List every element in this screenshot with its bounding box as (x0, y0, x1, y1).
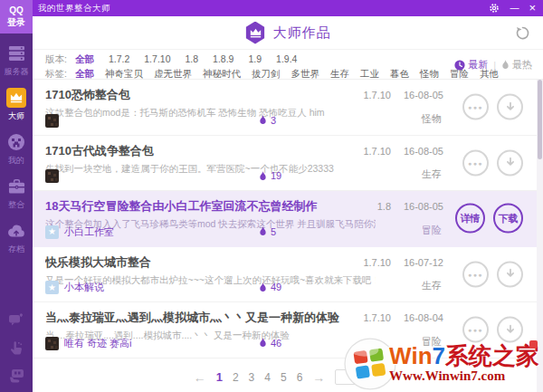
likes-count: 5 (271, 226, 276, 237)
page-number-list: 123456 (216, 370, 303, 384)
filter-option[interactable]: 拔刀剑 (252, 68, 281, 81)
filter-option[interactable]: 工业 (360, 68, 379, 81)
filter-option[interactable]: 全部 (75, 68, 94, 81)
item-date: 16-07-12 (391, 257, 443, 268)
more-dots-icon: ●●● (468, 271, 483, 277)
filter-option[interactable]: 生存 (330, 68, 349, 81)
flame-icon (259, 338, 267, 348)
item-author-block: ★ (45, 169, 64, 183)
sidebar-bottom-tools (8, 312, 24, 385)
download-button[interactable] (497, 149, 523, 176)
download-button[interactable] (497, 94, 523, 120)
author-avatar: ★ (45, 281, 59, 294)
minimize-button[interactable]: — (510, 0, 519, 16)
item-title[interactable]: 1710古代战争整合包 (45, 143, 349, 159)
item-title[interactable]: 18天马行空冒险整合由小白工作室回流不忘曾经制作 (45, 198, 349, 215)
more-button[interactable]: ●●● (462, 94, 489, 120)
likes-count: 46 (271, 338, 281, 349)
filter-bar: 版本: 全部1.7.21.7.101.81.8.91.91.9.4 标签: 全部… (33, 50, 543, 80)
filter-option[interactable]: 1.7.10 (144, 53, 170, 66)
item-description: 先找到一块空地，建造属于你的王国。军营医院~一个也不能少23333 (45, 163, 376, 176)
likes-count: 19 (271, 170, 281, 181)
details-button[interactable]: 详情 (455, 204, 485, 234)
item-title[interactable]: 快乐模拟大城市整合 (45, 254, 349, 271)
download-icon (504, 100, 517, 113)
list-item[interactable]: 18天马行空冒险整合由小白工作室回流不忘曾经制作 1.8 16-08-05 这个… (33, 191, 543, 247)
window-controls: — × (489, 0, 536, 16)
list-item[interactable]: 快乐模拟大城市整合 1.7.10 16-07-12 又是一个好玩的模拟大都市出炉… (33, 247, 543, 303)
page-number[interactable]: 3 (249, 371, 255, 384)
flame-icon (259, 282, 267, 292)
author-name[interactable]: 小本解说 (64, 281, 104, 294)
version-filter-list: 全部1.7.21.7.101.81.8.91.91.9.4 (75, 53, 298, 66)
refresh-icon[interactable] (515, 25, 530, 44)
filter-option[interactable]: 神秘时代 (203, 68, 241, 81)
item-author-block: ★ 唯有 奇迹 赛高i (45, 337, 132, 350)
sidebar-item-mine[interactable]: 我的 (0, 132, 33, 167)
item-author-block: ★ 小本解说 (45, 281, 104, 294)
master-hexagon-badge (245, 22, 266, 44)
close-button[interactable]: × (529, 0, 536, 16)
sidebar-item-saves[interactable]: 存档 (0, 221, 33, 255)
filter-option[interactable]: 暮色 (390, 68, 409, 81)
filter-option[interactable]: 1.9.4 (276, 53, 297, 66)
page-number[interactable]: 6 (297, 371, 303, 384)
scrollbar-thumb[interactable] (538, 80, 542, 159)
page-number[interactable]: 4 (264, 371, 271, 384)
crown-icon (6, 88, 26, 108)
next-page-arrow[interactable]: → (312, 370, 325, 385)
filter-option[interactable]: 多世界 (291, 68, 319, 81)
sidebar-item-master[interactable]: 大师 (0, 88, 33, 122)
sort-hottest-button[interactable]: 最热 (501, 58, 532, 72)
qq-login-line2: 登录 (7, 17, 25, 29)
feedback-heart-icon[interactable] (8, 312, 24, 329)
qq-login-button[interactable]: QQ 登录 (0, 0, 33, 33)
filter-option[interactable]: 1.9 (248, 53, 262, 66)
item-label-buttons: 详情 下载 (455, 204, 523, 234)
download-icon (504, 157, 517, 169)
tag-filter-list: 全部神奇宝贝虚无世界神秘时代拔刀剑多世界生存工业暮色怪物冒险其他 (75, 68, 499, 81)
works-list: 1710恐怖整合包 1.7.10 16-08-05 这款整合包的mod是：托马斯… (33, 80, 543, 359)
sidebar-item-integration[interactable]: 整合 (0, 177, 33, 211)
item-title[interactable]: 1710恐怖整合包 (45, 87, 349, 103)
list-item[interactable]: 1710古代战争整合包 1.7.10 16-08-05 先找到一块空地，建造属于… (33, 136, 543, 192)
author-avatar: ★ (45, 114, 59, 128)
item-category: 生存 (422, 167, 442, 181)
filter-option[interactable]: 1.8 (185, 53, 198, 66)
more-button[interactable]: ●●● (462, 149, 489, 176)
filter-option[interactable]: 怪物 (420, 68, 439, 81)
cloud-upload-icon (6, 221, 26, 241)
page-number[interactable]: 1 (216, 370, 223, 384)
author-avatar: ★ (45, 169, 59, 183)
author-name[interactable]: 唯有 奇迹 赛高i (64, 337, 132, 350)
watermark-text: Win7系统之家 Www.Winwin7.com (389, 344, 539, 383)
sort-newest-button[interactable]: 最新 (454, 58, 488, 72)
download-icon (504, 268, 517, 281)
filter-option[interactable]: 1.7.2 (109, 53, 129, 66)
comment-hand-icon[interactable] (8, 368, 24, 385)
prev-page-arrow[interactable]: ← (194, 370, 206, 385)
sidebar: 服务器 大师 我的 (0, 33, 33, 392)
item-version: 1.7.10 (349, 257, 391, 268)
item-title[interactable]: 当灬泰拉瑞亚灬遇到灬模拟城市灬丶丶又是一种新的体验 (45, 310, 349, 326)
item-date: 16-08-05 (391, 201, 443, 212)
page-number[interactable]: 5 (281, 371, 287, 384)
filter-option[interactable]: 神奇宝贝 (105, 68, 143, 81)
more-dots-icon: ●●● (468, 159, 483, 166)
author-name[interactable]: 小白工作室 (64, 225, 114, 239)
settings-gear-icon[interactable] (489, 3, 500, 14)
list-item[interactable]: 1710恐怖整合包 1.7.10 16-08-05 这款整合包的mod是：托马斯… (33, 80, 543, 136)
download-button[interactable]: 下载 (493, 204, 523, 234)
hand-pointer-icon[interactable] (8, 340, 24, 357)
filter-option[interactable]: 全部 (75, 53, 94, 66)
watermark-suffix: 系统之家 (445, 342, 539, 369)
item-date: 16-08-04 (391, 312, 443, 323)
page-number[interactable]: 2 (233, 371, 239, 384)
filter-option[interactable]: 虚无世界 (154, 68, 192, 81)
filter-option[interactable]: 1.8.9 (213, 53, 233, 66)
sidebar-item-server[interactable]: 服务器 (0, 43, 33, 78)
more-button[interactable]: ●●● (462, 261, 489, 287)
sort-separator: | (493, 60, 496, 71)
download-button[interactable] (497, 261, 523, 287)
watermark-url: Www.Winwin7.com (389, 369, 539, 384)
